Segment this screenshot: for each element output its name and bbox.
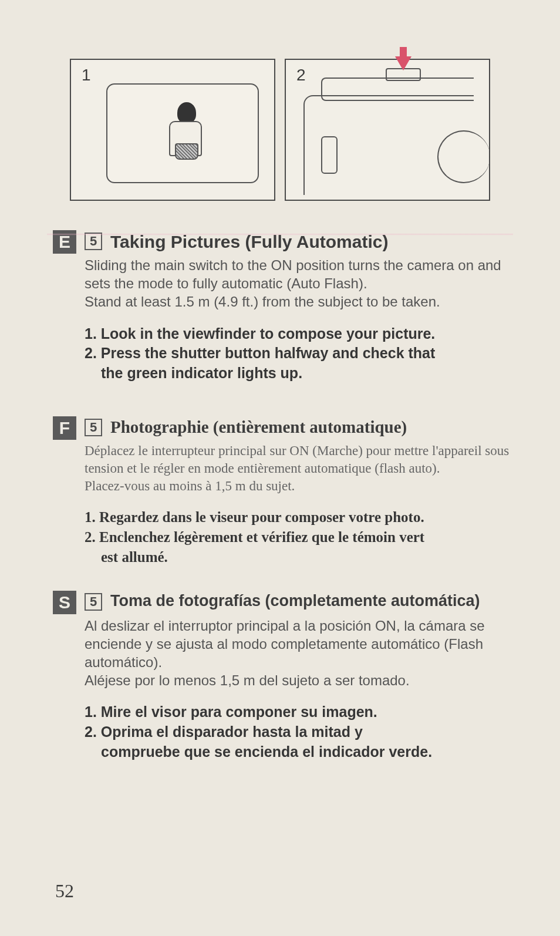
figure-row: 1 2 [47, 59, 513, 201]
section-body: Sliding the main switch to the ON positi… [85, 256, 513, 311]
step-line: 2. Press the shutter button halfway and … [85, 344, 513, 363]
down-arrow-icon [395, 56, 411, 70]
body-line: Stand at least 1.5 m (4.9 ft.) from the … [85, 292, 513, 311]
step-line: 2. Oprima el disparador hasta la mitad y [85, 722, 513, 742]
chapter-number-box: 5 [85, 593, 102, 611]
camera-grip-icon [321, 136, 338, 174]
body-line: Placez-vous au moins à 1,5 m du sujet. [85, 477, 513, 495]
body-line: Aléjese por lo menos 1,5 m del sujeto a … [85, 671, 513, 689]
camera-lens-icon [437, 130, 490, 183]
divider-icon [47, 234, 513, 235]
step-line: 1. Regardez dans le viseur pour composer… [85, 507, 513, 527]
body-line: Déplacez le interrupteur principal sur O… [85, 442, 513, 477]
body-line: Al deslizar el interruptor principal a l… [85, 617, 513, 672]
language-badge-s: S [53, 591, 76, 614]
step-line: 1. Look in the viewfinder to compose you… [85, 324, 513, 344]
section-steps: 1. Regardez dans le viseur pour composer… [85, 507, 513, 567]
page-number: 52 [55, 880, 74, 902]
figure-1-number: 1 [82, 66, 91, 85]
figure-2-number: 2 [296, 66, 306, 85]
figure-2: 2 [285, 59, 490, 201]
figure-1: 1 [70, 59, 275, 201]
section-header: F 5 Photographie (entièrement automatiqu… [53, 416, 513, 440]
section-header: S 5 Toma de fotografías (completamente a… [53, 591, 513, 614]
body-line: Sliding the main switch to the ON positi… [85, 256, 513, 292]
manual-page: 1 2 E 5 Taking Pictures (Fu [0, 0, 560, 936]
section-english: E 5 Taking Pictures (Fully Automatic) Sl… [47, 230, 513, 383]
step-line: the green indicator lights up. [85, 363, 513, 383]
chapter-number-box: 5 [85, 419, 102, 436]
section-title: Toma de fotografías (completamente autom… [110, 592, 480, 610]
section-title: Photographie (entièrement automatique) [110, 418, 407, 437]
section-body: Déplacez le interrupteur principal sur O… [85, 442, 513, 495]
step-line: compruebe que se encienda el indicador v… [85, 742, 513, 762]
person-illustration-icon [163, 102, 210, 173]
step-line: est allumé. [85, 547, 513, 567]
section-steps: 1. Look in the viewfinder to compose you… [85, 324, 513, 383]
section-french: F 5 Photographie (entièrement automatiqu… [47, 416, 513, 567]
section-body: Al deslizar el interruptor principal a l… [85, 617, 513, 690]
step-line: 1. Mire el visor para componer su imagen… [85, 702, 513, 722]
section-steps: 1. Mire el visor para componer su imagen… [85, 702, 513, 762]
viewfinder-frame-icon [106, 83, 259, 183]
language-badge-f: F [53, 416, 76, 440]
section-spanish: S 5 Toma de fotografías (completamente a… [47, 591, 513, 762]
step-line: 2. Enclenchez légèrement et vérifiez que… [85, 527, 513, 547]
